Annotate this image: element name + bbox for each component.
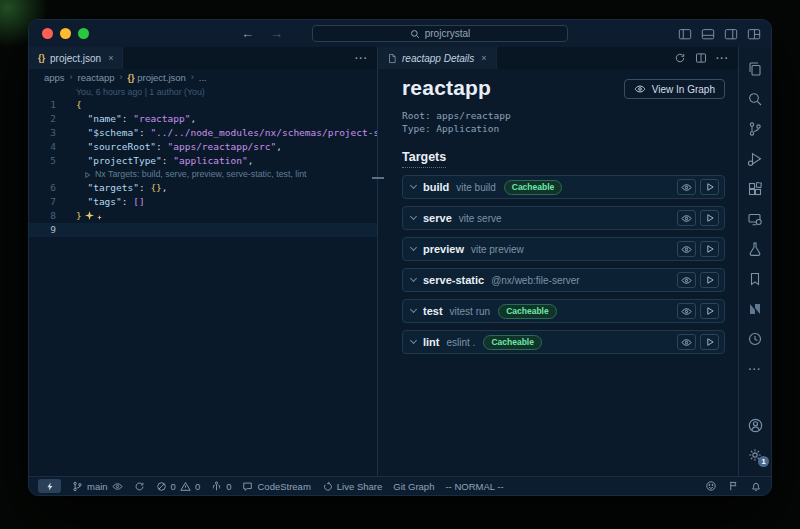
show-target-config-button[interactable] [677, 179, 696, 195]
line-number: 3 [29, 126, 69, 140]
workbench: {} project.json × ··· apps›reactapp›{} p… [29, 47, 771, 476]
more-actions-icon[interactable]: ··· [355, 53, 368, 64]
chevron-down-icon[interactable] [410, 213, 417, 220]
bookmarks-icon[interactable] [739, 264, 771, 294]
target-row-test[interactable]: testvitest runCacheable [402, 299, 725, 323]
code-editor[interactable]: You, 6 hours ago | 1 author (You)1{2 "na… [29, 85, 377, 476]
breadcrumb-item[interactable]: reactapp [78, 72, 115, 83]
git-graph-label: Git Graph [393, 481, 434, 492]
breadcrumb-item[interactable]: {} project.json [128, 72, 186, 83]
maximize-window-button[interactable] [78, 28, 89, 39]
run-target-button[interactable] [700, 210, 719, 226]
target-row-build[interactable]: buildvite buildCacheable [402, 175, 725, 199]
source-control-icon[interactable] [739, 114, 771, 144]
target-name: serve-static [423, 274, 484, 286]
show-target-config-button[interactable] [677, 241, 696, 257]
tab-label: project.json [50, 53, 101, 64]
chevron-down-icon[interactable] [410, 182, 417, 189]
chevron-down-icon[interactable] [410, 306, 417, 313]
view-in-graph-button[interactable]: View In Graph [624, 79, 725, 99]
nx-targets-codelens[interactable]: Nx Targets: build, serve, preview, serve… [29, 168, 377, 181]
toggle-panel-icon[interactable] [701, 27, 715, 41]
title-bar: ← → projcrystal [29, 20, 771, 47]
breadcrumb-separator: › [191, 72, 194, 82]
show-target-config-button[interactable] [677, 303, 696, 319]
close-window-button[interactable] [42, 28, 53, 39]
settings-gear-icon[interactable]: 1 [739, 440, 771, 470]
chevron-down-icon[interactable] [410, 244, 417, 251]
explorer-icon[interactable] [739, 54, 771, 84]
editor-group-right: reactapp Details × ··· reactapp View In … [378, 47, 738, 476]
fork-indicator[interactable]: 0 [211, 481, 231, 492]
run-target-button[interactable] [700, 303, 719, 319]
run-target-button[interactable] [700, 272, 719, 288]
toggle-sidebar-right-icon[interactable] [724, 27, 738, 41]
target-row-preview[interactable]: previewvite preview [402, 237, 725, 261]
search-icon [410, 29, 420, 39]
show-target-config-button[interactable] [677, 334, 696, 350]
show-target-config-button[interactable] [677, 272, 696, 288]
feedback-smiley-icon[interactable] [705, 480, 717, 492]
run-target-button[interactable] [700, 241, 719, 257]
tab-reactapp-details[interactable]: reactapp Details × [378, 47, 497, 69]
more-views-icon[interactable]: ··· [739, 354, 771, 384]
command-center-search[interactable]: projcrystal [312, 25, 568, 42]
targets-heading: Targets [402, 150, 446, 168]
code-line: 9 [29, 223, 377, 237]
testing-flask-icon[interactable] [739, 234, 771, 264]
flag-icon[interactable] [728, 480, 739, 492]
codestream-item[interactable]: CodeStream [242, 481, 310, 492]
git-graph-item[interactable]: Git Graph [393, 481, 434, 492]
show-target-config-button[interactable] [677, 210, 696, 226]
code-line: 1{ [29, 98, 377, 112]
toggle-sidebar-left-icon[interactable] [678, 27, 692, 41]
remote-indicator[interactable] [38, 479, 61, 493]
target-row-serve-static[interactable]: serve-static@nx/web:file-server [402, 268, 725, 292]
codestream-label: CodeStream [257, 481, 310, 492]
run-debug-icon[interactable] [739, 144, 771, 174]
remote-explorer-icon[interactable] [739, 204, 771, 234]
close-tab-icon[interactable]: × [481, 53, 486, 63]
git-branch-indicator[interactable]: main [72, 481, 123, 492]
target-row-serve[interactable]: servevite serve [402, 206, 725, 230]
line-number: 6 [29, 181, 69, 195]
problems-indicator[interactable]: 0 0 [156, 481, 201, 492]
target-row-lint[interactable]: linteslint .Cacheable [402, 330, 725, 354]
code-line: 6 "targets": {}, [29, 181, 377, 195]
more-actions-icon[interactable]: ··· [716, 53, 729, 64]
target-command: eslint . [447, 337, 476, 348]
code-line: 8} [29, 209, 377, 223]
notifications-bell-icon[interactable] [750, 480, 762, 492]
target-command: vitest run [450, 306, 491, 317]
customize-layout-icon[interactable] [747, 27, 761, 41]
refresh-icon[interactable] [674, 52, 686, 64]
nx-console-icon[interactable] [739, 294, 771, 324]
back-arrow-icon[interactable]: ← [241, 27, 254, 40]
play-icon [705, 213, 715, 223]
minimize-window-button[interactable] [60, 28, 71, 39]
status-bar: main 0 0 0 CodeStream Live Share Git Gra… [29, 476, 771, 495]
account-icon[interactable] [739, 410, 771, 440]
split-sash-handle[interactable] [372, 177, 384, 179]
chevron-down-icon[interactable] [410, 337, 417, 344]
breadcrumb-item[interactable]: apps [44, 72, 65, 83]
tab-project-json[interactable]: {} project.json × [29, 47, 123, 69]
eye-icon [681, 337, 692, 348]
extensions-icon[interactable] [739, 174, 771, 204]
close-tab-icon[interactable]: × [108, 53, 113, 63]
run-target-button[interactable] [700, 179, 719, 195]
split-editor-icon[interactable] [695, 52, 707, 64]
vim-mode-indicator[interactable]: -- NORMAL -- [445, 481, 503, 492]
timeline-icon[interactable] [739, 324, 771, 354]
live-share-item[interactable]: Live Share [322, 481, 382, 492]
chevron-down-icon[interactable] [410, 275, 417, 282]
search-icon[interactable] [739, 84, 771, 114]
sync-indicator[interactable] [134, 481, 145, 492]
play-icon [705, 337, 715, 347]
breadcrumb: apps›reactapp›{} project.json›... [29, 69, 377, 85]
forward-arrow-icon[interactable]: → [270, 27, 283, 40]
breadcrumb-item[interactable]: ... [199, 72, 207, 83]
line-number: 1 [29, 98, 69, 112]
run-target-button[interactable] [700, 334, 719, 350]
settings-badge: 1 [758, 456, 769, 467]
